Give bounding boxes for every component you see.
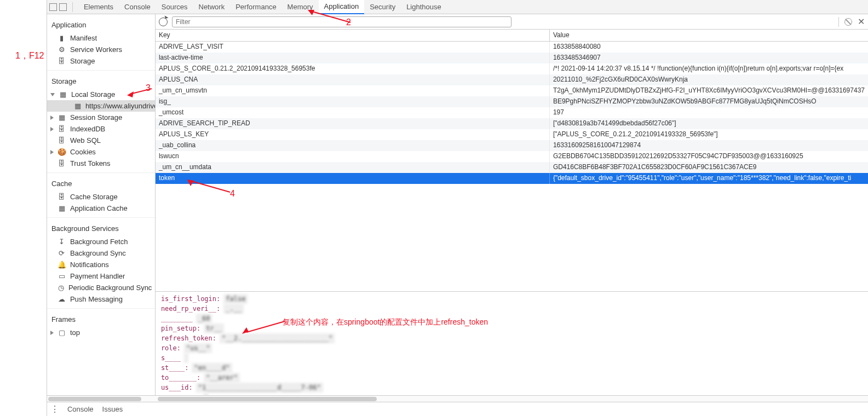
tab-performance[interactable]: Performance — [230, 0, 281, 14]
sidebar-item-service-workers[interactable]: ⚙Service Workers — [47, 44, 155, 55]
device-toolbar-icon[interactable] — [59, 3, 67, 11]
drawer-tab-console[interactable]: Console — [67, 405, 94, 413]
inspect-element-icon[interactable] — [49, 3, 57, 11]
sidebar-item-label: Payment Handler — [70, 272, 125, 280]
table-row[interactable]: ADRIVE_SEARCH_TIP_READ["d4830819a3b74149… — [156, 118, 868, 129]
sidebar-item-label: IndexedDB — [70, 125, 105, 133]
section-title-application: Application — [47, 18, 155, 32]
header-key[interactable]: Key — [156, 30, 550, 41]
section-title-frames: Frames — [47, 312, 155, 327]
grid-icon: ▦ — [58, 114, 66, 122]
detail-line: to_______:"__arer" — [161, 373, 863, 383]
sidebar-item-label: Manifest — [70, 34, 97, 42]
detail-key: refresh_token: — [161, 333, 216, 343]
table-row[interactable]: token{"default_sbox_drive_id":"95455411"… — [156, 173, 868, 184]
sidebar-item-storage[interactable]: 🗄Storage — [47, 55, 155, 67]
cell-value: 163316092581610047129874 — [550, 140, 868, 151]
sidebar-item-manifest[interactable]: ▮Manifest — [47, 32, 155, 44]
detail-line: is_first_login:false — [161, 294, 863, 304]
cell-key: _uab_collina — [156, 140, 550, 151]
sidebar-item-cache-storage[interactable]: 🗄Cache Storage — [47, 191, 155, 203]
clear-all-icon[interactable] — [844, 18, 852, 26]
cell-value: 197 — [550, 107, 868, 118]
cell-key: _um_cn__umdata — [156, 162, 550, 173]
table-row[interactable]: _um_cn__umdataGD416C8BF6B48F3BF702A1C655… — [156, 162, 868, 173]
table-row[interactable]: isg_BE9PghPNciSZFHYZMOPYzbbw3uNZdKOW5b9A… — [156, 96, 868, 107]
table-header: Key Value — [156, 30, 868, 42]
sidebar-item-notifications[interactable]: 🔔Notifications — [47, 259, 155, 270]
tab-sources[interactable]: Sources — [156, 0, 193, 14]
table-row[interactable]: _umcost197 — [156, 107, 868, 118]
sidebar-item-push-messaging[interactable]: ☁Push Messaging — [47, 293, 155, 305]
delete-selected-icon[interactable]: ✕ — [858, 16, 865, 27]
db-icon: 🗄 — [58, 193, 66, 201]
detail-key: s____ — [161, 353, 181, 363]
detail-value: tr__ — [204, 323, 224, 333]
sidebar-item-background-fetch[interactable]: ↧Background Fetch — [47, 236, 155, 247]
table-row[interactable]: APLUS_S_CORE_0.21.2_20210914193328_56953… — [156, 63, 868, 74]
sidebar-item-label: Web SQL — [70, 136, 101, 145]
cell-key: _um_cn_umsvtn — [156, 85, 550, 96]
drawer-menu-icon[interactable]: ⋮ — [50, 404, 59, 414]
expand-icon[interactable] — [50, 115, 54, 120]
table-row[interactable]: _uab_collina163316092581610047129874 — [156, 140, 868, 151]
cell-value: GD416C8BF6B48F3BF702A1C655823D0CF60AF9C1… — [550, 162, 868, 173]
section-title-cache: Cache — [47, 176, 155, 191]
tab-memory[interactable]: Memory — [282, 0, 319, 14]
db-icon: 🗄 — [58, 160, 66, 167]
cell-key: isg_ — [156, 96, 550, 107]
cell-value: ["d4830819a3b741499dbebdad56f27c06"] — [550, 118, 868, 129]
sidebar-item-periodic-background-sync[interactable]: ◷Periodic Background Sync — [47, 282, 155, 293]
sidebar-item-label: Cache Storage — [70, 193, 118, 201]
clock-icon: ◷ — [58, 284, 64, 292]
reload-icon[interactable] — [159, 18, 168, 26]
sidebar-item-https-www-aliyundrive-com[interactable]: ▦https://www.aliyundrive.com — [47, 100, 155, 112]
sidebar-item-web-sql[interactable]: 🗄Web SQL — [47, 135, 155, 146]
sidebar-item-top[interactable]: ▢top — [47, 327, 155, 338]
grid-icon: ▦ — [74, 102, 81, 110]
db-icon: 🗄 — [58, 137, 66, 145]
sidebar-item-session-storage[interactable]: ▦Session Storage — [47, 112, 155, 123]
expand-icon[interactable] — [50, 93, 55, 96]
sidebar-item-cookies[interactable]: 🍪Cookies — [47, 146, 155, 158]
sidebar-item-trust-tokens[interactable]: 🗄Trust Tokens — [47, 158, 155, 169]
expand-icon[interactable] — [50, 127, 54, 131]
table-row[interactable]: APLUS_LS_KEY["APLUS_S_CORE_0.21.2_202109… — [156, 129, 868, 140]
horizontal-scrollbar[interactable] — [156, 395, 868, 402]
drawer-tab-issues[interactable]: Issues — [102, 405, 123, 413]
grid-icon: ▦ — [59, 91, 67, 99]
tab-network[interactable]: Network — [193, 0, 231, 14]
expand-icon[interactable] — [50, 331, 54, 335]
header-value[interactable]: Value — [550, 30, 868, 41]
detail-line: s____ — [161, 353, 863, 363]
detail-value: _.__ — [223, 304, 244, 314]
tab-elements[interactable]: Elements — [78, 0, 119, 14]
sidebar-item-indexeddb[interactable]: 🗄IndexedDB — [47, 123, 155, 135]
tab-lighthouse[interactable]: Lighthouse — [401, 0, 447, 14]
filter-input[interactable] — [172, 16, 511, 27]
table-row[interactable]: last-active-time1633485346907 — [156, 53, 868, 63]
sidebar-item-application-cache[interactable]: ▦Application Cache — [47, 203, 155, 214]
sidebar-item-local-storage[interactable]: ▦Local Storage — [47, 89, 155, 100]
detail-line: st____:"en____d" — [161, 363, 863, 373]
tab-security[interactable]: Security — [364, 0, 401, 14]
sidebar-item-label: Background Fetch — [70, 238, 128, 246]
cell-key: lswucn — [156, 151, 550, 162]
tab-application[interactable]: Application — [319, 0, 365, 14]
table-row[interactable]: _um_cn_umsvtnT2gA_0khMym1PZUDMtDlyDTBZxZ… — [156, 85, 868, 96]
table-row[interactable]: lswucnG2EBDB6704C135BDD359120212692D5332… — [156, 151, 868, 162]
annotation-1: 1，F12 — [15, 50, 44, 62]
sidebar-item-label: Push Messaging — [70, 295, 123, 303]
sidebar-h-scrollbar[interactable] — [47, 395, 156, 402]
cell-value: {"default_sbox_drive_id":"95455411","rol… — [550, 173, 868, 184]
sidebar-item-payment-handler[interactable]: ▭Payment Handler — [47, 270, 155, 282]
cell-key: last-active-time — [156, 53, 550, 63]
gear-icon: ⚙ — [58, 46, 66, 54]
expand-icon[interactable] — [50, 150, 54, 154]
tab-console[interactable]: Console — [119, 0, 156, 14]
table-row[interactable]: ADRIVE_LAST_VISIT1633858840080 — [156, 42, 868, 53]
sidebar-item-label: https://www.aliyundrive.com — [85, 102, 156, 110]
sidebar-item-label: Local Storage — [71, 90, 115, 99]
sidebar-item-background-sync[interactable]: ⟳Background Sync — [47, 247, 155, 259]
table-row[interactable]: APLUS_CNA20211010_%2Fj2cGX6uRD0CAX0sWwry… — [156, 74, 868, 85]
